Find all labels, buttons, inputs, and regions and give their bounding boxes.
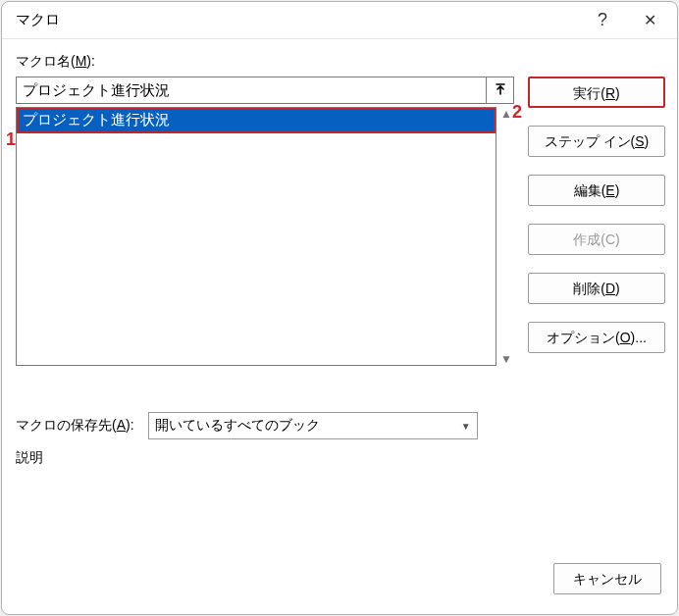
run-button[interactable]: 実行(R) — [528, 77, 665, 108]
options-button[interactable]: オプション(O)... — [528, 322, 665, 353]
edit-button[interactable]: 編集(E) — [528, 175, 665, 206]
select-value: 開いているすべてのブック — [155, 417, 320, 435]
chevron-down-icon: ▼ — [461, 421, 471, 432]
description-label: 説明 — [16, 449, 663, 467]
annotation-1: 1 — [6, 129, 16, 150]
macro-dialog: マクロ ? ✕ 1 2 マクロ名(M): プロジェクト進行状況 — [1, 1, 678, 615]
macro-store-select[interactable]: 開いているすべてのブック ▼ — [148, 412, 478, 439]
macro-store-label: マクロの保存先(A): — [16, 417, 134, 435]
step-in-button[interactable]: ステップ イン(S) — [528, 126, 665, 157]
macro-name-label: マクロ名(M): — [16, 53, 663, 71]
list-item[interactable]: プロジェクト進行状況 — [17, 108, 496, 133]
dialog-content: 1 2 マクロ名(M): プロジェクト進行状況 ▲ — [2, 39, 677, 481]
macro-listbox[interactable]: プロジェクト進行状況 — [16, 107, 496, 366]
delete-button[interactable]: 削除(D) — [528, 273, 665, 304]
dialog-title: マクロ — [16, 11, 579, 29]
titlebar: マクロ ? ✕ — [2, 2, 677, 39]
close-button[interactable]: ✕ — [626, 2, 673, 39]
create-button: 作成(C) — [528, 224, 665, 255]
help-button[interactable]: ? — [579, 2, 626, 39]
annotation-2: 2 — [512, 102, 522, 123]
scroll-down-icon[interactable]: ▼ — [498, 352, 514, 366]
scrollbar[interactable]: ▲ ▼ — [496, 107, 514, 366]
assign-icon-button[interactable] — [487, 77, 514, 104]
cancel-button[interactable]: キャンセル — [553, 563, 661, 594]
macro-name-input[interactable] — [16, 77, 487, 104]
